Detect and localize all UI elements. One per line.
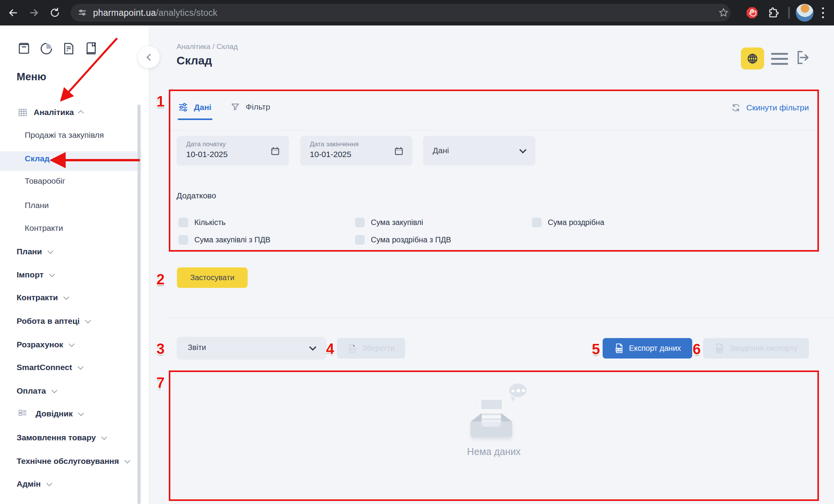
tab-data-label: Дані	[194, 103, 211, 112]
sidebar-item-contracts[interactable]: Контракти	[25, 223, 63, 233]
chevron-down-icon	[46, 480, 52, 486]
browser-forward-button[interactable]	[25, 4, 42, 21]
checkbox-box[interactable]	[178, 218, 188, 227]
book-icon[interactable]	[84, 42, 98, 56]
checkbox-box[interactable]	[355, 218, 365, 227]
browser-bar: pharmapoint.ua/analytics/stock	[0, 0, 834, 25]
checkbox-box[interactable]	[532, 218, 542, 227]
url-bar[interactable]: pharmapoint.ua/analytics/stock	[71, 4, 730, 22]
sidebar-group-analytics[interactable]: Аналітика	[0, 105, 141, 120]
chevron-down-icon	[309, 343, 316, 350]
browser-reload-button[interactable]	[46, 4, 63, 21]
reports-select[interactable]: Звіти	[177, 337, 326, 359]
pie-chart-icon[interactable]	[39, 42, 53, 56]
browser-back-button[interactable]	[5, 4, 22, 21]
export-data-button[interactable]: XLSX Експорт даних	[603, 338, 692, 359]
sidebar-group-plans[interactable]: Плани	[17, 247, 52, 256]
logout-button[interactable]	[793, 49, 811, 66]
sidebar-item-sales-purchases[interactable]: Продажі та закупівля	[25, 130, 104, 140]
sidebar-group-maintenance[interactable]: Технічне обслуговування	[17, 457, 129, 466]
sidebar-menu-title: Меню	[17, 71, 46, 83]
sidebar-group-smartconnect[interactable]: SmartConnect	[17, 363, 82, 372]
filter-panel-annotation-box: Дані Фільтр Скинути фільтри Дата початку…	[169, 90, 819, 252]
annotation-number-3: 3	[156, 341, 165, 357]
checkbox-label: Кількість	[194, 218, 226, 227]
chevron-down-icon	[78, 410, 84, 416]
sidebar-group-admin[interactable]: Адмін	[17, 479, 51, 489]
save-button-label: Зберегти	[362, 344, 394, 353]
save-document-icon	[347, 343, 357, 353]
date-start-field[interactable]: Дата початку 10-01-2025	[177, 136, 289, 166]
chevron-down-icon	[48, 248, 54, 254]
list-icon	[18, 409, 28, 419]
chevron-down-icon	[49, 271, 55, 277]
annotation-number-6: 6	[693, 341, 701, 358]
sidebar-active-row-highlight	[0, 151, 141, 171]
browser-profile-avatar[interactable]	[796, 4, 814, 22]
sidebar-group-pharmacy-work[interactable]: Робота в аптеці	[17, 316, 89, 326]
checkbox-purchase-sum[interactable]: Сума закупівлі	[355, 217, 423, 227]
chevron-up-icon	[78, 110, 84, 116]
filter-tabbar: Дані Фільтр Скинути фільтри	[170, 91, 817, 130]
puzzle-icon	[767, 7, 780, 19]
sidebar-item-plans[interactable]: Плани	[25, 201, 49, 210]
extensions-button[interactable]	[765, 4, 782, 21]
sidebar-group-directory[interactable]: Довідник	[18, 409, 82, 419]
reload-icon	[49, 7, 60, 18]
date-end-field[interactable]: Дата закінчення 10-01-2025	[300, 136, 413, 166]
main-content: Аналітика / Склад Склад Дані Фільтр	[149, 25, 834, 504]
checkbox-label: Сума закупівлі з ПДВ	[194, 235, 270, 244]
menu-toggle-button[interactable]	[771, 53, 788, 65]
xlsx-file-icon: XLSX	[714, 343, 725, 353]
speech-bubble-icon	[509, 384, 527, 397]
archive-box-icon[interactable]	[17, 42, 31, 56]
tab-data[interactable]: Дані	[178, 102, 211, 113]
language-button[interactable]	[741, 47, 764, 69]
sidebar-group-payment[interactable]: Оплата	[17, 386, 56, 396]
data-select[interactable]: Дані	[423, 136, 535, 166]
sidebar-collapse-button[interactable]	[138, 46, 160, 68]
bookmark-star-button[interactable]	[715, 4, 732, 21]
chevron-down-icon	[519, 146, 526, 153]
export-summary-button[interactable]: XLSX Зведення експорту	[703, 338, 809, 359]
sidebar-group-product-orders[interactable]: Замовлення товару	[17, 433, 105, 442]
empty-state-message: Нема даних	[170, 446, 817, 457]
tab-filter-label: Фільтр	[246, 102, 270, 112]
adblock-extension-button[interactable]	[744, 4, 761, 21]
url-domain: pharmapoint.ua	[93, 8, 156, 18]
checkbox-purchase-sum-vat[interactable]: Сума закупівлі з ПДВ	[178, 235, 270, 245]
apply-button[interactable]: Застосувати	[177, 267, 248, 288]
xlsx-file-icon: XLSX	[614, 343, 624, 353]
reset-filters-button[interactable]: Скинути фільтри	[731, 103, 809, 113]
sidebar-scrollbar[interactable]	[138, 105, 141, 504]
sidebar-item-stock[interactable]: Склад	[25, 154, 49, 163]
section-divider	[170, 318, 834, 318]
document-icon[interactable]	[62, 42, 76, 56]
chevron-down-icon	[51, 387, 58, 393]
tab-filter[interactable]: Фільтр	[230, 102, 270, 112]
additional-label: Додатково	[177, 191, 216, 200]
sidebar-quick-icons	[17, 42, 98, 56]
calendar-icon	[270, 146, 280, 156]
data-select-value: Дані	[433, 146, 449, 155]
sidebar-group-calculation[interactable]: Розрахунок	[17, 340, 73, 349]
chevron-down-icon	[124, 457, 131, 463]
date-start-label: Дата початку	[186, 140, 226, 148]
checkbox-quantity[interactable]: Кількість	[178, 217, 226, 227]
browser-menu-button[interactable]	[822, 7, 824, 18]
sidebar-item-turnover[interactable]: Товарообіг	[25, 176, 65, 186]
grid-icon	[18, 108, 27, 117]
sidebar-group-contracts[interactable]: Контракти	[17, 293, 68, 302]
site-settings-icon	[77, 7, 88, 18]
breadcrumb[interactable]: Аналітика / Склад	[177, 42, 238, 51]
date-start-value: 10-01-2025	[186, 150, 228, 159]
sidebar-group-import[interactable]: Імпорт	[17, 270, 53, 279]
save-button[interactable]: Зберегти	[337, 338, 405, 359]
star-icon	[718, 7, 729, 19]
checkbox-label: Сума роздрібна з ПДВ	[371, 235, 451, 244]
checkbox-box[interactable]	[178, 235, 188, 245]
annotation-number-2: 2	[156, 271, 165, 288]
checkbox-retail-sum[interactable]: Сума роздрібна	[532, 217, 604, 227]
checkbox-box[interactable]	[355, 235, 365, 245]
checkbox-retail-sum-vat[interactable]: Сума роздрібна з ПДВ	[355, 235, 451, 245]
